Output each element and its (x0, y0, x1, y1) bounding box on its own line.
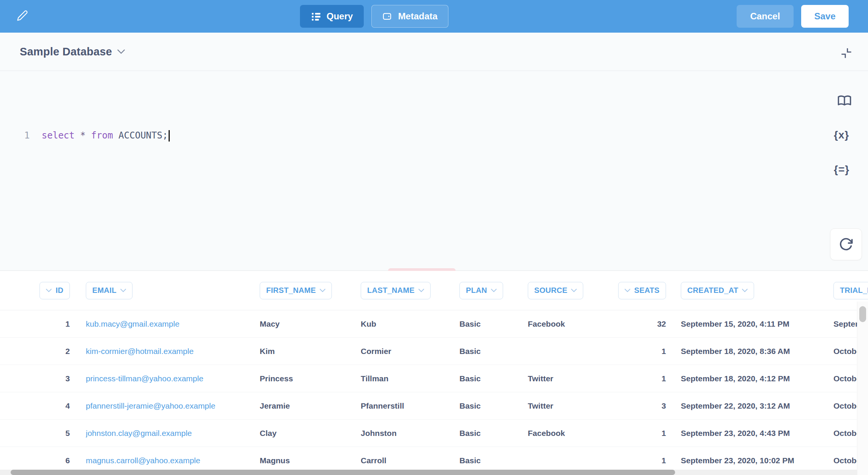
horizontal-scrollbar[interactable] (0, 470, 857, 475)
cell-plan: Basic (459, 374, 528, 383)
variables-button[interactable]: {x} (834, 129, 849, 141)
cell-id: 1 (15, 319, 70, 329)
sql-keyword: from (91, 130, 113, 141)
cell-email-link[interactable]: princess-tillman@yahoo.example (86, 374, 204, 383)
cell-email-link[interactable]: pfannerstill-jeramie@yahoo.example (86, 401, 215, 410)
table-header-row: ID EMAIL FIRST_NAME LAST_NAME PLAN (0, 271, 868, 310)
vertical-scrollbar[interactable] (857, 302, 868, 475)
horizontal-scrollbar-thumb[interactable] (11, 470, 675, 475)
column-header-first-name[interactable]: FIRST_NAME (260, 282, 332, 299)
column-label: LAST_NAME (367, 286, 415, 295)
cell-created-at: September 18, 2020, 4:12 PM (681, 374, 833, 383)
line-number: 1 (24, 128, 39, 143)
chevron-down-icon (46, 289, 52, 292)
column-label: SOURCE (534, 286, 567, 295)
table-row: 5 johnston.clay@gmail.example Clay Johns… (0, 420, 857, 447)
save-button[interactable]: Save (801, 5, 849, 28)
table-row: 3 princess-tillman@yahoo.example Princes… (0, 365, 857, 392)
cell-trial-ends: October (833, 347, 857, 356)
cell-trial-ends: October (833, 456, 857, 465)
cell-email-link[interactable]: kub.macy@gmail.example (86, 319, 180, 328)
cell-last-name: Tillman (361, 374, 459, 383)
sql-editor-section: Sample Database 1select * from ACCOUNTS;… (0, 33, 868, 271)
cell-first-name: Clay (260, 429, 361, 438)
table-row: 4 pfannerstill-jeramie@yahoo.example Jer… (0, 392, 857, 420)
cell-source: Facebook (528, 429, 611, 438)
list-icon (311, 11, 321, 22)
cell-created-at: September 23, 2020, 4:43 PM (681, 429, 833, 438)
snippets-button[interactable]: {=} (834, 164, 849, 176)
column-header-last-name[interactable]: LAST_NAME (361, 282, 431, 299)
cell-last-name: Pfannerstill (361, 401, 459, 411)
cell-id: 4 (15, 401, 70, 411)
column-label: CREATED_AT (687, 286, 738, 295)
cell-email-link[interactable]: johnston.clay@gmail.example (86, 429, 192, 437)
sql-operator: * (80, 130, 85, 141)
sql-editor-input[interactable]: 1select * from ACCOUNTS; (2, 114, 170, 157)
refresh-icon (838, 237, 854, 252)
cell-plan: Basic (459, 456, 528, 465)
column-header-seats[interactable]: SEATS (618, 282, 666, 299)
data-reference-button[interactable] (837, 95, 852, 109)
cell-last-name: Carroll (361, 456, 459, 465)
collapse-editor-button[interactable] (840, 47, 853, 61)
cell-trial-ends: Septemb (833, 319, 857, 329)
cell-first-name: Jeramie (260, 401, 361, 411)
tab-metadata[interactable]: Metadata (371, 5, 448, 28)
cell-last-name: Kub (361, 319, 459, 329)
column-label: FIRST_NAME (266, 286, 316, 295)
topbar-actions: Cancel Save (737, 5, 849, 28)
cell-first-name: Magnus (260, 456, 361, 465)
cell-first-name: Macy (260, 319, 361, 329)
cell-plan: Basic (459, 319, 528, 329)
chevron-down-icon (320, 289, 325, 292)
tab-query-label: Query (327, 11, 353, 22)
cell-first-name: Princess (260, 374, 361, 383)
variables-icon: {x} (834, 129, 849, 141)
cell-plan: Basic (459, 401, 528, 411)
cell-trial-ends: October (833, 429, 857, 438)
vertical-scrollbar-thumb[interactable] (859, 306, 866, 322)
chevron-down-icon (625, 289, 630, 292)
cell-trial-ends: October (833, 401, 857, 411)
cell-id: 5 (15, 429, 70, 438)
cell-created-at: September 23, 2020, 10:02 PM (681, 456, 833, 465)
tab-metadata-label: Metadata (398, 11, 437, 22)
column-label: SEATS (634, 286, 660, 295)
editor-tabs: Query Metadata (300, 5, 448, 28)
column-header-id[interactable]: ID (39, 282, 70, 299)
run-query-button[interactable] (830, 228, 862, 260)
database-selector[interactable]: Sample Database (20, 46, 125, 58)
cell-id: 2 (15, 347, 70, 356)
column-header-plan[interactable]: PLAN (459, 282, 503, 299)
tab-query[interactable]: Query (300, 5, 364, 28)
cell-email-link[interactable]: magnus.carroll@yahoo.example (86, 456, 200, 465)
cell-id: 6 (15, 456, 70, 465)
chevron-down-icon (120, 289, 126, 292)
database-selector-row: Sample Database (0, 33, 868, 71)
chevron-down-icon (491, 289, 497, 292)
table-row: 2 kim-cormier@hotmail.example Kim Cormie… (0, 338, 857, 365)
tag-icon (382, 11, 393, 22)
edit-title-button[interactable] (17, 10, 30, 24)
table-row: 1 kub.macy@gmail.example Macy Kub Basic … (0, 310, 857, 338)
chevron-down-icon (742, 289, 748, 292)
cell-seats: 1 (611, 347, 666, 356)
table-row: 6 magnus.carroll@yahoo.example Magnus Ca… (0, 447, 857, 470)
cancel-button[interactable]: Cancel (737, 5, 794, 28)
cell-seats: 32 (611, 319, 666, 329)
cell-email-link[interactable]: kim-cormier@hotmail.example (86, 347, 194, 355)
table-body: 1 kub.macy@gmail.example Macy Kub Basic … (0, 310, 857, 470)
column-header-trial-ends[interactable]: TRIAL_E (833, 282, 868, 299)
column-header-email[interactable]: EMAIL (86, 282, 133, 299)
cell-seats: 1 (611, 374, 666, 383)
column-header-created-at[interactable]: CREATED_AT (681, 282, 754, 299)
column-label: TRIAL_E (840, 286, 868, 295)
column-header-source[interactable]: SOURCE (528, 282, 583, 299)
cell-source: Twitter (528, 374, 611, 383)
collapse-icon (840, 47, 853, 60)
cell-seats: 1 (611, 456, 666, 465)
cell-id: 3 (15, 374, 70, 383)
column-label: EMAIL (92, 286, 117, 295)
database-name: Sample Database (20, 46, 112, 58)
